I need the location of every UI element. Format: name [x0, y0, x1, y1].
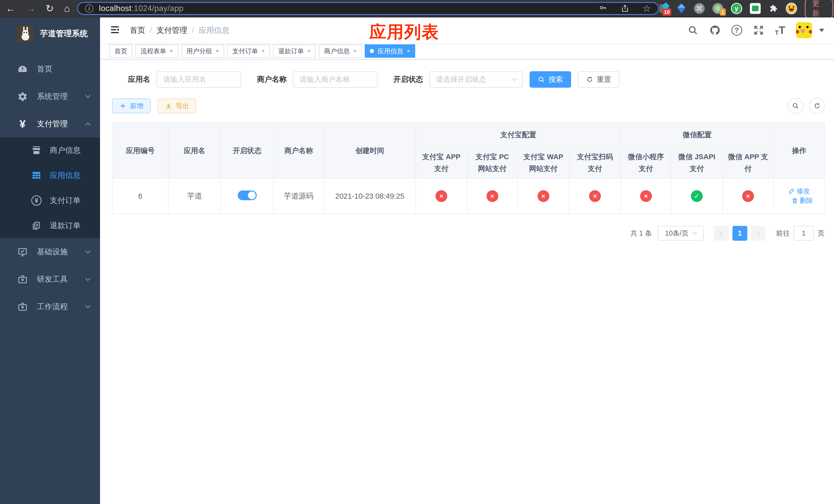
reset-button[interactable]: 重置 — [578, 71, 619, 88]
breadcrumb: 首页 / 支付管理 / 应用信息 — [130, 25, 229, 36]
gear-icon — [17, 92, 28, 102]
col-header-wechat-jsapi: 微信 JSAPI 支付 — [671, 147, 723, 178]
fullscreen-icon[interactable] — [753, 25, 764, 36]
app-title: 芋道管理系统 — [40, 28, 88, 39]
chat-extension-icon[interactable] — [750, 3, 761, 14]
close-icon[interactable]: × — [262, 48, 265, 54]
sidebar-item-payment-orders[interactable]: ¥ 支付订单 — [0, 188, 100, 213]
header-search-icon[interactable] — [687, 25, 699, 36]
chevron-down-icon — [512, 76, 517, 81]
pagination-total: 共 1 条 — [630, 229, 652, 238]
user-avatar[interactable] — [796, 22, 812, 38]
merchant-name-input[interactable] — [293, 71, 377, 88]
plus-icon — [119, 102, 127, 110]
chevron-down-icon — [85, 93, 90, 98]
browser-back-icon[interactable]: ← — [6, 3, 15, 14]
url-bar[interactable]: i localhost:1024/pay/app ☆ — [77, 2, 659, 15]
font-size-icon[interactable]: TT — [775, 24, 785, 37]
sidebar-item-label: 支付订单 — [50, 196, 90, 206]
refresh-table-button[interactable] — [809, 98, 825, 114]
sidebar-item-payment[interactable]: ¥ 支付管理 — [0, 110, 100, 138]
browser-reload-icon[interactable]: ↻ — [46, 3, 54, 14]
delete-link[interactable]: 删除 — [791, 196, 813, 205]
tab-app-info[interactable]: 应用信息× — [365, 44, 415, 58]
chevron-down-icon — [85, 248, 90, 254]
col-header-merchant: 商户名称 — [273, 123, 324, 178]
kite-extension-icon[interactable] — [676, 3, 686, 14]
avatar-caret-down-icon[interactable] — [819, 29, 824, 32]
app-name-input[interactable] — [156, 71, 241, 88]
sidebar-item-workflow[interactable]: 工作流程 — [0, 293, 100, 320]
breadcrumb-current: 应用信息 — [199, 25, 229, 36]
command-extension-icon[interactable]: ⌘ — [694, 3, 705, 14]
toggle-search-button[interactable] — [788, 98, 804, 114]
next-page-button[interactable]: › — [751, 226, 766, 241]
github-icon[interactable] — [709, 25, 721, 36]
share-icon[interactable] — [621, 4, 629, 13]
extensions-puzzle-icon[interactable] — [768, 3, 778, 14]
status-toggle[interactable] — [238, 190, 257, 200]
page-size-select[interactable]: 10条/页 — [658, 226, 704, 241]
tab-home[interactable]: 首页 — [109, 44, 132, 58]
goto-page-input[interactable] — [793, 226, 814, 241]
shop-icon — [31, 145, 42, 155]
table-toolbar: 新增 导出 — [112, 98, 825, 114]
close-icon[interactable]: × — [407, 48, 410, 54]
tab-refund-orders[interactable]: 退款订单× — [273, 44, 316, 58]
filter-form: 应用名 商户名称 开启状态 请选择开启状态 搜索 — [112, 71, 825, 88]
app-name-label: 应用名 — [128, 74, 150, 85]
sidebar-item-refund-orders[interactable]: 退款订单 — [0, 213, 100, 238]
col-header-created-at: 创建时间 — [324, 123, 416, 178]
proxy-extension-icon[interactable]: 1 — [712, 3, 723, 14]
help-icon[interactable]: ? — [731, 25, 742, 36]
tab-payment-orders[interactable]: 支付订单× — [227, 44, 270, 58]
yen-icon: ¥ — [17, 119, 28, 130]
cell-app-id: 6 — [112, 178, 168, 214]
sidebar-item-system[interactable]: 系统管理 — [0, 83, 100, 110]
status-select[interactable]: 请选择开启状态 — [429, 71, 523, 88]
export-button[interactable]: 导出 — [158, 98, 196, 113]
bookmark-star-icon[interactable]: ☆ — [643, 3, 651, 14]
breadcrumb-payment[interactable]: 支付管理 — [156, 25, 187, 36]
refresh-icon — [813, 102, 821, 110]
chevron-up-icon — [85, 122, 90, 128]
yen-circle-icon: ¥ — [31, 196, 42, 206]
wechat-mini-disabled-icon: × — [640, 190, 652, 202]
tab-process-form[interactable]: 流程表单× — [135, 44, 178, 58]
sidebar-collapse-icon[interactable] — [110, 25, 120, 36]
tab-merchant-info[interactable]: 商户信息× — [319, 44, 361, 58]
sidebar-item-infrastructure[interactable]: 基础设施 — [0, 238, 100, 266]
col-header-alipay-pc: 支付宝 PC 网站支付 — [467, 147, 518, 178]
yuque-extension-icon[interactable]: y — [731, 3, 742, 14]
browser-home-icon[interactable]: ⌂ — [64, 3, 70, 14]
sidebar-item-dev-tools[interactable]: 研发工具 — [0, 266, 100, 293]
browser-chrome: ← → ↻ ⌂ i localhost:1024/pay/app ☆ 10 ⌘ … — [0, 0, 834, 18]
close-icon[interactable]: × — [216, 48, 219, 54]
sidebar-item-merchant-info[interactable]: 商户信息 — [0, 138, 100, 163]
browser-forward-icon[interactable]: → — [26, 3, 36, 14]
edit-link[interactable]: 修改 — [788, 187, 810, 196]
close-icon[interactable]: × — [307, 48, 311, 54]
close-icon[interactable]: × — [353, 48, 356, 54]
pagination: 共 1 条 10条/页 ‹ 1 › 前往 页 — [112, 226, 825, 241]
sidebar-item-label: 研发工具 — [37, 274, 86, 284]
current-page-button[interactable]: 1 — [732, 226, 747, 241]
chevron-down-icon — [85, 303, 90, 308]
password-key-icon[interactable] — [598, 4, 607, 13]
tab-user-group[interactable]: 用户分组× — [181, 44, 224, 58]
browser-profile-avatar[interactable] — [786, 3, 797, 14]
search-button[interactable]: 搜索 — [530, 71, 571, 88]
tampermonkey-extension-icon[interactable]: 10 — [659, 3, 669, 14]
add-button[interactable]: 新增 — [112, 98, 151, 113]
prev-page-button[interactable]: ‹ — [714, 226, 729, 241]
site-info-icon[interactable]: i — [85, 4, 93, 13]
sidebar-item-home[interactable]: 首页 — [0, 55, 100, 83]
sidebar-item-label: 应用信息 — [50, 170, 90, 181]
sidebar-item-app-info[interactable]: 应用信息 — [0, 163, 100, 188]
extension-badge: 1 — [720, 8, 726, 16]
search-icon — [792, 102, 799, 110]
breadcrumb-home[interactable]: 首页 — [130, 25, 145, 36]
col-header-app-id: 应用编号 — [112, 123, 168, 178]
app-logo-row: 芋道管理系统 — [0, 18, 100, 50]
close-icon[interactable]: × — [170, 48, 173, 54]
